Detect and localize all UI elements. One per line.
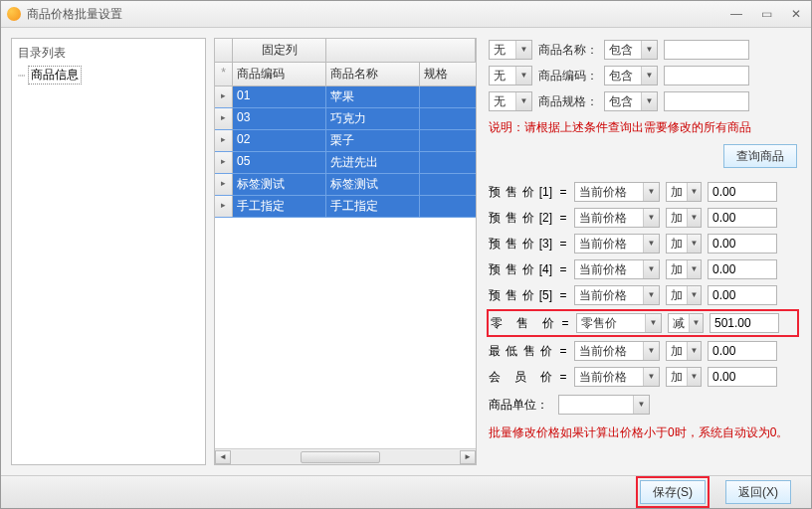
op-combo[interactable]: 加▼	[666, 234, 702, 254]
value-input[interactable]	[708, 208, 777, 228]
price-label: 预售价[1]	[489, 184, 552, 201]
cell-name: 栗子	[326, 130, 420, 151]
op-combo[interactable]: 加▼	[666, 208, 702, 228]
grid-header: * 商品编码 商品名称 规格	[215, 63, 476, 86]
op-combo[interactable]: 加▼	[666, 285, 702, 305]
back-button[interactable]: 返回(X)	[725, 480, 791, 504]
filter1-op-combo[interactable]: 包含▼	[604, 40, 658, 60]
titlebar: 商品价格批量设置 — ▭ ✕	[1, 1, 811, 28]
scroll-right-icon[interactable]: ►	[460, 450, 476, 464]
filter2-value-input[interactable]	[664, 66, 749, 85]
price-label: 预售价[4]	[489, 261, 552, 278]
chevron-down-icon: ▼	[643, 209, 659, 227]
scroll-left-icon[interactable]: ◄	[215, 450, 231, 464]
value-input[interactable]	[708, 259, 777, 279]
grid-fixed-col-label: 固定列	[233, 39, 326, 62]
scroll-track[interactable]	[231, 450, 460, 464]
price-label: 预售价[2]	[489, 210, 552, 227]
tree-header: 目录列表	[18, 43, 199, 66]
grid-corner	[215, 39, 233, 62]
minimize-button[interactable]: —	[727, 7, 745, 21]
col-code[interactable]: 商品编码	[233, 63, 326, 85]
basis-combo[interactable]: 当前价格▼	[574, 341, 660, 361]
app-icon	[7, 7, 21, 21]
grid-star-icon: *	[215, 63, 233, 85]
chevron-down-icon: ▼	[643, 235, 659, 253]
unit-label: 商品单位：	[489, 397, 552, 414]
equals-sign: =	[558, 211, 568, 225]
value-input[interactable]	[710, 313, 779, 333]
scroll-thumb[interactable]	[301, 451, 380, 463]
table-row[interactable]: ▸05先进先出	[215, 152, 476, 174]
table-row[interactable]: ▸标签测试标签测试	[215, 174, 476, 196]
equals-sign: =	[558, 344, 568, 358]
col-name[interactable]: 商品名称	[326, 63, 420, 85]
row-indicator-icon: ▸	[215, 130, 233, 151]
col-spec[interactable]: 规格	[420, 63, 476, 85]
filter2-op-combo[interactable]: 包含▼	[604, 66, 658, 85]
basis-combo[interactable]: 当前价格▼	[574, 234, 660, 254]
cell-spec	[420, 108, 476, 129]
chevron-down-icon: ▼	[687, 235, 701, 253]
grid-panel: 固定列 * 商品编码 商品名称 规格 ▸01苹果▸03巧克力▸02栗子▸05先进…	[214, 38, 477, 465]
basis-combo[interactable]: 零售价▼	[576, 313, 662, 333]
op-combo[interactable]: 减▼	[668, 313, 704, 333]
price-label: 最低售价	[489, 343, 552, 360]
filter1-value-input[interactable]	[664, 40, 749, 60]
equals-sign: =	[558, 370, 568, 384]
filter3-logic-combo[interactable]: 无▼	[489, 91, 532, 111]
unit-row: 商品单位： ▼	[489, 395, 801, 415]
value-input[interactable]	[708, 234, 777, 254]
price-label: 预售价[3]	[489, 236, 552, 253]
op-combo[interactable]: 加▼	[666, 259, 702, 279]
value-input[interactable]	[708, 285, 777, 305]
save-button[interactable]: 保存(S)	[640, 480, 706, 504]
filter3-op-combo[interactable]: 包含▼	[604, 91, 658, 111]
op-combo[interactable]: 加▼	[666, 182, 702, 202]
h-scrollbar[interactable]: ◄ ►	[215, 448, 476, 464]
query-button[interactable]: 查询商品	[723, 144, 797, 168]
filter2-logic-combo[interactable]: 无▼	[489, 66, 532, 85]
filter1-logic-combo[interactable]: 无▼	[489, 40, 532, 60]
chevron-down-icon: ▼	[689, 314, 703, 332]
op-combo[interactable]: 加▼	[666, 341, 702, 361]
price-row: 预售价[1]=当前价格▼加▼	[489, 182, 801, 202]
basis-combo[interactable]: 当前价格▼	[574, 285, 660, 305]
tree-root-item[interactable]: ┈ 商品信息	[18, 66, 199, 85]
cell-code: 手工指定	[233, 196, 326, 217]
price-row: 零 售 价=零售价▼减▼	[487, 309, 799, 337]
filter3-value-input[interactable]	[664, 91, 749, 111]
value-input[interactable]	[708, 367, 777, 387]
filter3-label: 商品规格：	[538, 93, 598, 110]
basis-combo[interactable]: 当前价格▼	[574, 182, 660, 202]
app-window: 商品价格批量设置 — ▭ ✕ 目录列表 ┈ 商品信息 固定列 * 商品编码	[0, 0, 812, 509]
row-indicator-icon: ▸	[215, 174, 233, 195]
cell-name: 手工指定	[326, 196, 420, 217]
price-label: 会 员 价	[489, 369, 552, 386]
basis-combo[interactable]: 当前价格▼	[574, 259, 660, 279]
grid-header-spacer	[326, 39, 476, 62]
value-input[interactable]	[708, 182, 777, 202]
cell-code: 05	[233, 152, 326, 173]
filter1-label: 商品名称：	[538, 42, 598, 59]
value-input[interactable]	[708, 341, 777, 361]
cell-code: 03	[233, 108, 326, 129]
basis-combo[interactable]: 当前价格▼	[574, 367, 660, 387]
chevron-down-icon: ▼	[643, 368, 659, 386]
filter-row-name: 无▼ 商品名称： 包含▼	[489, 40, 801, 60]
grid-header-top: 固定列	[215, 39, 476, 63]
op-combo[interactable]: 加▼	[666, 367, 702, 387]
table-row[interactable]: ▸01苹果	[215, 86, 476, 108]
basis-combo[interactable]: 当前价格▼	[574, 208, 660, 228]
table-row[interactable]: ▸03巧克力	[215, 108, 476, 130]
table-row[interactable]: ▸02栗子	[215, 130, 476, 152]
chevron-down-icon: ▼	[641, 92, 657, 110]
maximize-button[interactable]: ▭	[757, 7, 775, 21]
price-rows: 预售价[1]=当前价格▼加▼预售价[2]=当前价格▼加▼预售价[3]=当前价格▼…	[489, 182, 801, 393]
cell-name: 巧克力	[326, 108, 420, 129]
table-row[interactable]: ▸手工指定手工指定	[215, 196, 476, 218]
filter-note: 说明：请根据上述条件查询出需要修改的所有商品	[489, 119, 801, 136]
close-button[interactable]: ✕	[787, 7, 805, 21]
unit-combo[interactable]: ▼	[558, 395, 650, 415]
content: 目录列表 ┈ 商品信息 固定列 * 商品编码 商品名称 规格 ▸01苹果▸03巧…	[1, 28, 811, 475]
